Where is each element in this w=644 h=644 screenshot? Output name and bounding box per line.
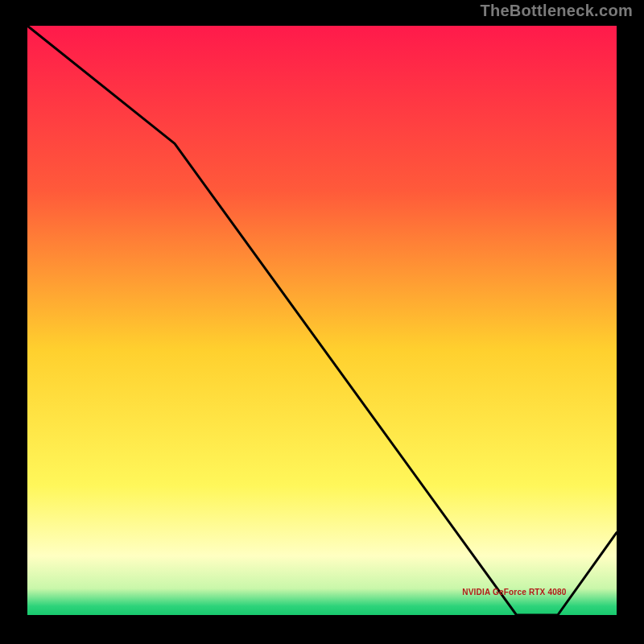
plot-frame: NVIDIA GeForce RTX 4080 — [27, 26, 617, 615]
chart-svg — [27, 26, 617, 615]
gpu-annotation: NVIDIA GeForce RTX 4080 — [462, 588, 566, 597]
chart-container: TheBottleneck.com NVIDIA GeForce RTX 408… — [0, 0, 644, 644]
attribution-label: TheBottleneck.com — [480, 2, 633, 20]
gradient-background — [27, 26, 617, 615]
